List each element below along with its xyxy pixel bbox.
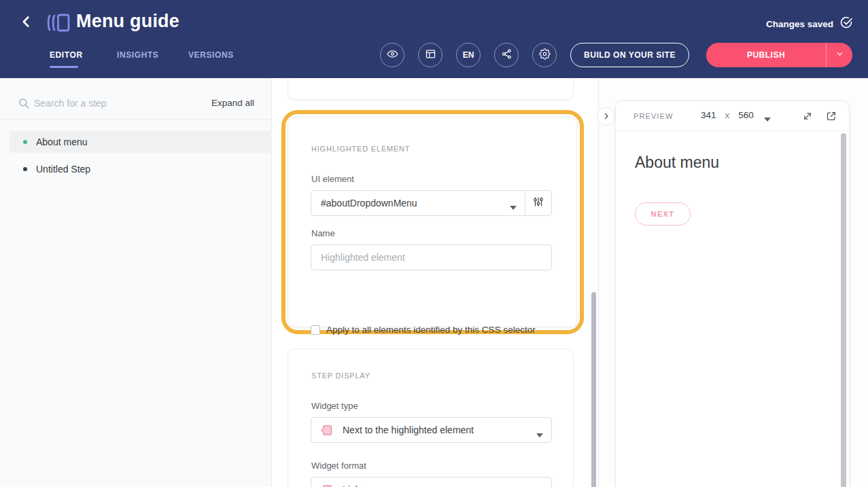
preview-scrollbar[interactable] — [841, 133, 846, 487]
step-label: Untitled Step — [36, 164, 90, 175]
save-status: Changes saved — [766, 16, 853, 32]
widget-type-value: Next to the highlighted element — [343, 425, 527, 435]
tab-editor[interactable]: EDITOR — [50, 50, 83, 60]
apply-all-row: Apply to all elements identified by this… — [311, 325, 536, 335]
share-button[interactable] — [494, 43, 519, 67]
step-item-untitled-step[interactable]: Untitled Step — [10, 158, 272, 180]
page-title: Menu guide — [76, 11, 179, 32]
caret-down-icon — [510, 201, 517, 205]
widget-format-label: Widget format — [311, 461, 366, 471]
open-in-new-window-button[interactable] — [825, 110, 837, 122]
caret-down-icon — [536, 428, 543, 432]
section-title: STEP DISPLAY — [311, 372, 370, 380]
size-separator: x — [725, 110, 730, 120]
settings-button[interactable] — [532, 43, 557, 67]
step-item-about-menu[interactable]: About menu — [10, 131, 272, 153]
preview-step-title: About menu — [635, 154, 719, 172]
widget-format-select[interactable]: Light — [311, 477, 552, 487]
chevron-down-icon — [835, 49, 844, 61]
section-title: HIGHLIGHTED ELEMENT — [311, 145, 410, 153]
widget-type-select[interactable]: Next to the highlighted element — [311, 417, 552, 443]
language-label: EN — [463, 50, 474, 60]
sidebar-divider — [0, 119, 272, 120]
guide-logo-icon — [46, 12, 71, 33]
external-link-icon — [825, 113, 837, 124]
sliders-icon — [532, 196, 544, 211]
publish-dropdown-button[interactable] — [827, 43, 852, 67]
step-status-dot — [23, 167, 27, 171]
preview-eye-button[interactable] — [380, 43, 404, 67]
layout-panel-icon — [425, 48, 436, 62]
ui-element-field: #aboutDropdownMenu — [311, 190, 552, 216]
publish-split-button[interactable]: PUBLISH — [706, 43, 852, 67]
tooltip-widget-icon — [319, 423, 334, 437]
name-input[interactable] — [311, 245, 552, 270]
build-on-your-site-button[interactable]: BUILD ON YOUR SITE — [570, 43, 689, 67]
language-button[interactable]: EN — [456, 43, 481, 67]
ui-element-value: #aboutDropdownMenu — [321, 198, 510, 209]
layout-button[interactable] — [418, 43, 442, 67]
back-button[interactable] — [18, 14, 35, 32]
tab-insights[interactable]: INSIGHTS — [117, 50, 158, 60]
header: Menu guide Changes saved EDITOR INSIGHTS… — [0, 0, 868, 78]
eye-icon — [387, 48, 398, 62]
expand-diagonal-icon — [801, 113, 814, 124]
search-input[interactable] — [34, 92, 173, 114]
gear-icon — [539, 48, 551, 62]
caret-down-icon — [764, 113, 771, 118]
name-label: Name — [311, 228, 335, 238]
step-display-card: STEP DISPLAY Widget type Next to the hig… — [288, 348, 574, 487]
sidebar-content: Expand all About menu Untitled Step — [0, 78, 272, 487]
ui-element-label: UI element — [311, 174, 354, 184]
editor-scrollbar[interactable] — [591, 292, 596, 487]
step-status-dot — [23, 140, 27, 144]
step-editor: HIGHLIGHTED ELEMENT UI element #aboutDro… — [272, 78, 598, 487]
preview-header: PREVIEW 341 x 560 — [616, 101, 849, 131]
preview-width-value: 341 — [701, 110, 716, 120]
search-icon — [18, 97, 30, 109]
tab-versions[interactable]: VERSIONS — [188, 50, 234, 60]
widget-type-label: Widget type — [311, 401, 358, 411]
save-status-text: Changes saved — [766, 19, 833, 29]
highlighted-element-card: HIGHLIGHTED ELEMENT UI element #aboutDro… — [288, 117, 577, 327]
check-circle-icon — [839, 16, 853, 32]
collapse-preview-button[interactable] — [597, 107, 615, 126]
chevron-left-icon — [19, 14, 34, 32]
ui-element-select[interactable]: #aboutDropdownMenu — [311, 191, 525, 215]
active-tab-underline — [50, 66, 78, 68]
preview-title: PREVIEW — [633, 112, 673, 120]
apply-all-checkbox[interactable] — [311, 325, 320, 335]
preview-height-value: 560 — [738, 110, 754, 120]
selector-settings-button[interactable] — [525, 191, 551, 215]
tooltip-widget-icon — [319, 483, 334, 487]
fullscreen-preview-button[interactable] — [801, 110, 814, 122]
preview-next-button[interactable]: NEXT — [635, 202, 691, 226]
publish-button[interactable]: PUBLISH — [706, 43, 826, 67]
share-icon — [501, 48, 513, 62]
apply-all-label: Apply to all elements identified by this… — [326, 325, 536, 335]
chevron-right-icon — [602, 111, 610, 123]
previous-card-fragment — [288, 78, 574, 100]
preview-size-select[interactable]: 341 x 560 — [701, 110, 771, 120]
app-window: Menu guide Changes saved EDITOR INSIGHTS… — [0, 0, 868, 487]
step-label: About menu — [36, 137, 88, 147]
widget-format-value: Light — [343, 484, 527, 487]
expand-all-link[interactable]: Expand all — [211, 98, 254, 108]
preview-panel: PREVIEW 341 x 560 About menu NEXT — [615, 101, 850, 487]
